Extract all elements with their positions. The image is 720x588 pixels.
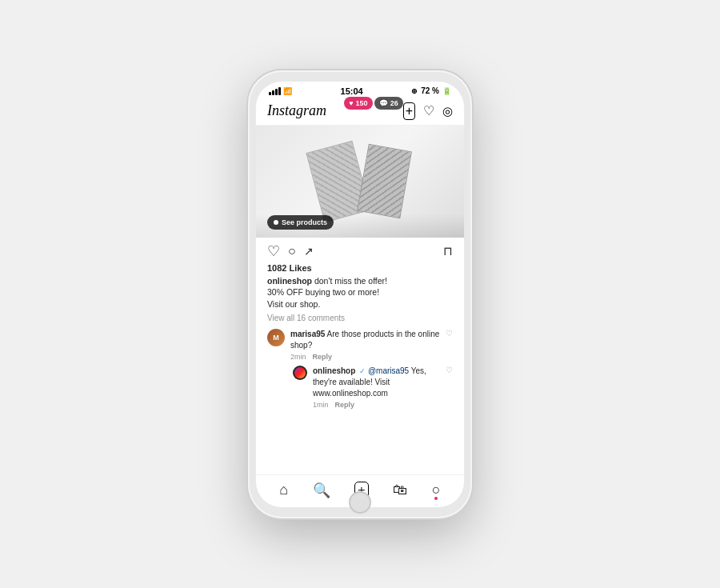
comment-meta: 2min Reply (290, 353, 440, 361)
header-icons: ♥ 150 💬 26 + ♡ ◎ (395, 102, 453, 120)
tag-dot (274, 220, 278, 225)
post-image: See products (256, 126, 464, 238)
instagram-header: Instagram ♥ 150 💬 26 (256, 98, 464, 126)
verified-badge: ✓ (359, 367, 366, 375)
location-icon: ⊕ (411, 87, 418, 95)
post-caption: onlineshop don't miss the offer!30% OFF … (256, 275, 464, 314)
see-products-tag[interactable]: See products (267, 215, 334, 230)
share-button[interactable]: ↗ (304, 245, 314, 258)
reply-body: onlineshop ✓ @marisa95 Yes, they're avai… (313, 366, 440, 409)
reply-meta: 1min Reply (313, 401, 440, 409)
heart-icon[interactable]: ♡ (423, 103, 434, 118)
action-bar-left: ♡ ○ ↗ (267, 242, 314, 260)
reply-username[interactable]: onlineshop (313, 366, 355, 375)
battery-icon: 🔋 (442, 87, 451, 95)
comments-count: 26 (390, 99, 398, 107)
avatar-image: M (267, 329, 285, 346)
view-comments[interactable]: View all 16 comments (256, 314, 464, 327)
reply-time: 1min (313, 401, 329, 409)
power-button (472, 174, 474, 210)
fabric-item-2 (357, 144, 412, 218)
status-right: ⊕ 72 % 🔋 (411, 86, 451, 95)
commenter-username[interactable]: marisa95 (290, 330, 325, 338)
comment-avatar: M (267, 329, 285, 346)
hearts-notification: ♥ 150 (344, 97, 372, 110)
add-icon[interactable]: + (403, 102, 415, 120)
signal-bar-1 (269, 92, 271, 95)
instagram-logo: Instagram (267, 102, 326, 119)
reply-heart-icon[interactable]: ♡ (446, 366, 453, 374)
phone-container: 📶 15:04 ⊕ 72 % 🔋 Instagram ♥ 150 (248, 70, 472, 518)
comment-reply-button[interactable]: Reply (313, 353, 333, 361)
heart-notif-icon: ♥ (349, 99, 353, 107)
reply-avatar-inner (294, 367, 306, 378)
comment-item: M marisa95 Are those products in the onl… (256, 327, 464, 364)
notification-bubbles: ♥ 150 💬 26 (344, 97, 402, 110)
nav-profile[interactable]: ○ (432, 482, 441, 498)
reply-text: onlineshop ✓ @marisa95 Yes, they're avai… (313, 366, 440, 399)
comment-time: 2min (290, 353, 306, 361)
comment-text: marisa95 Are those products in the onlin… (290, 329, 440, 351)
post-content: ♡ ○ ↗ ⊓ 1082 Likes onlineshop don't miss… (256, 238, 464, 474)
nav-dot (434, 497, 438, 500)
comment-body: marisa95 Are those products in the onlin… (290, 329, 440, 361)
hearts-count: 150 (356, 99, 368, 107)
like-button[interactable]: ♡ (267, 242, 280, 260)
volume-up-button (246, 158, 248, 181)
status-time: 15:04 (341, 86, 363, 96)
status-left: 📶 (269, 87, 292, 95)
wifi-icon: 📶 (283, 87, 292, 95)
signal-bars (269, 87, 281, 95)
reply-mention[interactable]: @marisa95 (368, 366, 409, 375)
signal-bar-4 (278, 87, 281, 95)
reply-avatar (293, 366, 307, 380)
signal-bar-2 (272, 90, 274, 95)
reply-reply-button[interactable]: Reply (335, 401, 355, 409)
status-bar: 📶 15:04 ⊕ 72 % 🔋 (256, 82, 464, 98)
message-icon[interactable]: ◎ (442, 104, 453, 118)
comment-button[interactable]: ○ (288, 244, 296, 258)
nav-home[interactable]: ⌂ (279, 482, 288, 498)
battery-percent: 72 % (421, 86, 439, 95)
save-button[interactable]: ⊓ (443, 244, 453, 258)
comment-heart-icon[interactable]: ♡ (446, 329, 453, 338)
comment-notif-icon: 💬 (379, 99, 388, 107)
nav-shop[interactable]: 🛍 (393, 482, 407, 498)
likes-count: 1082 Likes (256, 263, 464, 275)
nav-search[interactable]: 🔍 (313, 482, 330, 499)
phone-screen: 📶 15:04 ⊕ 72 % 🔋 Instagram ♥ 150 (256, 82, 464, 507)
signal-bar-3 (275, 89, 278, 95)
comments-notification: 💬 26 (374, 97, 403, 110)
home-button[interactable] (349, 491, 371, 514)
reply-comment: onlineshop ✓ @marisa95 Yes, they're avai… (256, 364, 464, 412)
volume-down-button (246, 189, 248, 211)
caption-username[interactable]: onlineshop (267, 276, 312, 286)
action-bar: ♡ ○ ↗ ⊓ (256, 238, 464, 263)
see-products-label: See products (282, 218, 327, 226)
